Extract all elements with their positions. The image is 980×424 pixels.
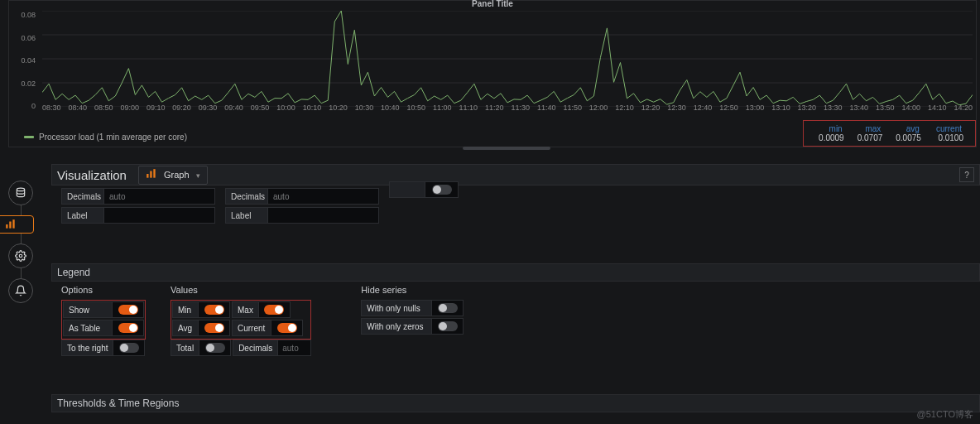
visualization-title: Visualization xyxy=(57,168,127,182)
x-tick: 10:40 xyxy=(381,104,400,113)
x-tick: 10:00 xyxy=(276,104,295,113)
x-tick: 12:20 xyxy=(641,104,661,113)
rail-visualization-icon[interactable] xyxy=(0,215,34,234)
hide-zeros-toggle[interactable] xyxy=(432,318,464,335)
stat-min: 0.0009 xyxy=(812,133,851,142)
hide-nulls-label: With only nulls xyxy=(361,300,432,316)
visualization-type-dropdown[interactable]: Graph xyxy=(138,166,208,185)
legend-stats-box: min max avg current 0.0009 0.0707 0.0075… xyxy=(803,120,976,147)
help-button[interactable]: ? xyxy=(959,167,974,182)
panel-title: Panel Title xyxy=(472,0,513,8)
x-tick: 12:00 xyxy=(589,104,608,113)
x-tick: 12:30 xyxy=(667,104,686,113)
x-tick: 11:10 xyxy=(459,104,478,113)
stat-header-min[interactable]: min xyxy=(812,124,851,133)
x-tick: 10:20 xyxy=(329,104,348,113)
x-tick: 13:30 xyxy=(824,104,843,113)
opt-astable-label: As Table xyxy=(63,320,113,336)
opt-astable-toggle[interactable] xyxy=(113,320,144,336)
opt-toright-toggle[interactable] xyxy=(113,340,145,356)
rail-general-icon[interactable] xyxy=(8,243,33,268)
x-tick: 09:40 xyxy=(224,104,243,113)
x-tick: 13:20 xyxy=(798,104,817,113)
options-title: Options xyxy=(61,285,146,295)
x-tick: 10:50 xyxy=(407,104,426,113)
stat-header-max[interactable]: max xyxy=(851,124,890,133)
values-title: Values xyxy=(171,285,311,295)
x-tick: 11:00 xyxy=(433,104,452,113)
right-decimals-input[interactable]: auto xyxy=(268,188,379,205)
rail-alert-icon[interactable] xyxy=(8,278,33,303)
stat-header-current[interactable]: current xyxy=(928,124,970,133)
series-legend[interactable]: Processor load (1 min average per core) xyxy=(24,132,187,142)
side-rail xyxy=(7,181,35,303)
val-total-toggle[interactable] xyxy=(199,340,231,356)
hide-nulls-toggle[interactable] xyxy=(432,300,464,316)
val-current-toggle[interactable] xyxy=(271,320,303,336)
y-tick: 0.02 xyxy=(9,80,39,88)
stat-max: 0.0707 xyxy=(851,133,890,142)
x-tick: 14:10 xyxy=(928,104,947,113)
svg-point-9 xyxy=(19,254,22,258)
svg-point-5 xyxy=(17,188,24,191)
opt-show-toggle[interactable] xyxy=(113,301,144,318)
val-current-label: Current xyxy=(232,320,271,336)
hide-title: Hide series xyxy=(361,285,464,295)
hide-zeros-label: With only zeros xyxy=(361,318,432,335)
x-tick: 11:30 xyxy=(511,104,530,113)
x-tick: 13:40 xyxy=(850,104,869,113)
thresholds-section-header[interactable]: Thresholds & Time Regions xyxy=(51,394,980,412)
x-tick: 13:10 xyxy=(771,104,790,113)
val-min-label: Min xyxy=(172,301,199,318)
x-tick: 09:10 xyxy=(147,104,166,113)
left-decimals-input[interactable]: auto xyxy=(104,188,215,205)
stat-header-avg[interactable]: avg xyxy=(889,124,928,133)
chart-panel: Panel Title 0.08 0.06 0.04 0.02 0 08:300… xyxy=(8,0,977,147)
opt-show-label: Show xyxy=(63,301,113,318)
stat-avg: 0.0075 xyxy=(889,133,928,142)
x-tick: 11:50 xyxy=(563,104,582,113)
left-label-input[interactable] xyxy=(104,207,215,224)
series-swatch xyxy=(24,136,34,138)
x-tick: 09:20 xyxy=(172,104,191,113)
val-avg-label: Avg xyxy=(172,320,199,336)
x-axis: 08:3008:4008:5009:0009:1009:2009:3009:40… xyxy=(42,104,973,113)
x-tick: 09:30 xyxy=(199,104,218,113)
extra-toggle[interactable] xyxy=(425,181,459,198)
right-label-input[interactable] xyxy=(268,207,379,224)
val-max-toggle[interactable] xyxy=(259,301,291,318)
chevron-down-icon xyxy=(196,170,200,180)
stat-current: 0.0100 xyxy=(928,133,970,142)
right-decimals-label: Decimals xyxy=(225,188,268,205)
svg-rect-10 xyxy=(147,174,148,178)
left-label-label: Label xyxy=(61,207,104,224)
chart-scrollbar[interactable] xyxy=(463,147,550,150)
legend-section-header[interactable]: Legend xyxy=(51,263,980,282)
x-tick: 08:30 xyxy=(42,104,61,113)
legend-body: Options Show As Table To the right Value… xyxy=(51,283,980,358)
visualization-type-label: Graph xyxy=(164,170,190,180)
rail-queries-icon[interactable] xyxy=(8,181,33,205)
watermark: @51CTO博客 xyxy=(917,408,973,421)
val-avg-toggle[interactable] xyxy=(199,320,230,336)
svg-rect-8 xyxy=(12,219,14,229)
val-min-toggle[interactable] xyxy=(199,301,230,318)
svg-rect-7 xyxy=(9,222,11,229)
x-tick: 12:50 xyxy=(719,104,738,113)
x-tick: 12:10 xyxy=(615,104,634,113)
left-decimals-label: Decimals xyxy=(61,188,104,205)
y-tick: 0.08 xyxy=(9,11,39,19)
svg-rect-12 xyxy=(153,169,155,178)
x-tick: 13:00 xyxy=(746,104,765,113)
right-label-label: Label xyxy=(225,207,268,224)
x-tick: 08:50 xyxy=(94,104,113,113)
x-tick: 09:50 xyxy=(251,104,270,113)
x-tick: 14:00 xyxy=(901,104,920,113)
y-tick: 0 xyxy=(9,102,39,110)
chart-plot[interactable] xyxy=(42,11,973,107)
axes-row: Decimals auto Label Decimals auto Label xyxy=(51,188,980,231)
opt-toright-label: To the right xyxy=(61,340,113,356)
val-decimals-input[interactable]: auto xyxy=(278,340,311,356)
x-tick: 10:10 xyxy=(303,104,322,113)
svg-rect-11 xyxy=(150,171,151,177)
